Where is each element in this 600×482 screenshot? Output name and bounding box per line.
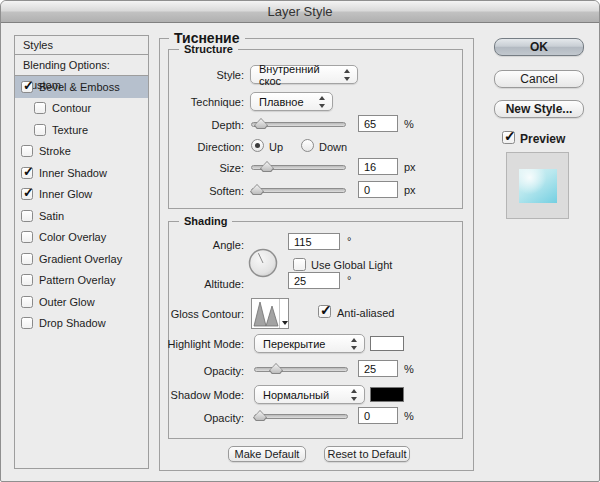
color-overlay-checkbox[interactable] [21,231,33,243]
make-default-button[interactable]: Make Default [228,446,306,462]
shadow-color-swatch[interactable] [370,387,404,402]
sidebar-item-outer-glow[interactable]: Outer Glow [15,291,148,313]
sidebar-item-inner-shadow[interactable]: Inner Shadow [15,162,148,184]
layer-style-dialog: Layer Style Styles Blending Options: Cus… [0,0,600,482]
angle-input[interactable]: 115 [288,233,340,250]
shadow-mode-dropdown[interactable]: Нормальный [254,385,365,404]
gradient-overlay-checkbox[interactable] [21,253,33,265]
shadow-opacity-thumb[interactable] [253,410,267,421]
angle-dial-icon [248,248,278,278]
soften-unit: px [404,184,416,196]
gloss-contour-picker[interactable] [251,298,289,329]
satin-checkbox[interactable] [21,210,33,222]
soften-slider-track[interactable] [251,188,346,193]
cancel-button[interactable]: Cancel [494,70,584,88]
shading-group-frame [168,221,463,439]
depth-unit: % [404,118,414,130]
outer-glow-checkbox[interactable] [21,296,33,308]
sidebar-item-stroke[interactable]: Stroke [15,141,148,163]
title-bar[interactable]: Layer Style [1,1,599,23]
shadow-opacity-unit: % [404,410,414,422]
preview-bevel-swatch [519,169,557,203]
sidebar-item-blending-options[interactable]: Blending Options: Custom [15,55,148,76]
style-dropdown-value: Внутренний скос [259,63,341,87]
sidebar-item-contour[interactable]: Contour [15,98,148,120]
reset-to-default-button[interactable]: Reset to Default [324,446,410,462]
size-unit: px [404,161,416,173]
depth-slider-thumb[interactable] [254,118,268,129]
sidebar-item-label: Gradient Overlay [39,253,122,265]
highlight-opacity-track[interactable] [254,367,348,372]
sidebar-item-label: Drop Shadow [39,317,106,329]
direction-down-radio[interactable] [301,139,314,152]
style-dropdown[interactable]: Внутренний скос [250,65,358,84]
shadow-opacity-slider[interactable] [254,408,348,424]
highlight-opacity-slider[interactable] [254,361,348,377]
altitude-input[interactable]: 25 [288,272,340,289]
sidebar-item-label: Pattern Overlay [39,274,115,286]
highlight-opacity-input[interactable]: 25 [358,360,398,377]
ok-button[interactable]: OK [494,38,584,56]
sidebar-item-texture[interactable]: Texture [15,119,148,141]
dropdown-arrows-icon [351,389,358,401]
sidebar-item-gradient-overlay[interactable]: Gradient Overlay [15,248,148,270]
sidebar-item-satin[interactable]: Satin [15,205,148,227]
sidebar-item-drop-shadow[interactable]: Drop Shadow [15,313,148,335]
soften-input[interactable]: 0 [358,181,398,198]
sidebar-item-label: Bevel & Emboss [39,81,120,93]
bevel-emboss-checkbox[interactable] [21,81,33,93]
inner-glow-checkbox[interactable] [21,188,33,200]
highlight-mode-dropdown[interactable]: Перекрытие [254,334,365,353]
new-style-button[interactable]: New Style... [494,100,584,118]
size-input[interactable]: 16 [358,158,398,175]
style-label: Style: [152,69,244,81]
direction-label: Direction: [152,141,244,153]
size-label: Size: [152,162,244,174]
technique-dropdown-value: Плавное [259,96,304,108]
angle-label: Angle: [152,239,244,251]
angle-unit: ° [347,235,351,247]
shadow-opacity-input[interactable]: 0 [358,407,398,424]
pattern-overlay-checkbox[interactable] [21,274,33,286]
size-slider-thumb[interactable] [260,161,274,172]
structure-group-label: Structure [179,43,238,55]
shadow-opacity-track[interactable] [254,414,348,419]
contour-dropdown-arrow-icon[interactable] [280,299,288,328]
inner-shadow-checkbox[interactable] [21,167,33,179]
sidebar-item-label: Outer Glow [39,296,95,308]
soften-slider[interactable] [251,182,346,198]
direction-up-radio[interactable] [251,139,264,152]
sidebar-item-pattern-overlay[interactable]: Pattern Overlay [15,270,148,292]
size-slider[interactable] [251,159,346,175]
sidebar-item-label: Contour [52,102,91,114]
soften-slider-thumb[interactable] [250,184,264,195]
sidebar-item-color-overlay[interactable]: Color Overlay [15,227,148,249]
preview-label: Preview [520,132,565,146]
highlight-color-swatch[interactable] [370,336,404,351]
depth-input[interactable]: 65 [358,115,398,132]
sidebar-item-label: Texture [52,124,88,136]
shadow-opacity-label: Opacity: [152,412,244,424]
sidebar-item-label: Satin [39,210,64,222]
drop-shadow-checkbox[interactable] [21,317,33,329]
technique-dropdown[interactable]: Плавное [250,92,333,111]
gloss-contour-thumbnail [252,299,280,328]
texture-checkbox[interactable] [34,124,46,136]
stroke-checkbox[interactable] [21,145,33,157]
use-global-light-checkbox[interactable] [293,258,306,271]
contour-checkbox[interactable] [34,102,46,114]
highlight-opacity-thumb[interactable] [269,363,283,374]
depth-slider[interactable] [251,116,346,132]
gloss-contour-label: Gloss Contour: [152,308,244,320]
altitude-label: Altitude: [152,278,244,290]
style-preview-thumbnail [506,152,569,219]
anti-aliased-checkbox[interactable] [318,305,331,318]
window-title: Layer Style [267,4,332,19]
altitude-unit: ° [347,274,351,286]
angle-dial[interactable] [248,248,278,278]
preview-checkbox[interactable] [502,131,515,144]
shadow-mode-label: Shadow Mode: [152,389,244,401]
sidebar-item-inner-glow[interactable]: Inner Glow [15,184,148,206]
use-global-light-label: Use Global Light [311,259,392,271]
sidebar-item-label: Inner Shadow [39,167,107,179]
